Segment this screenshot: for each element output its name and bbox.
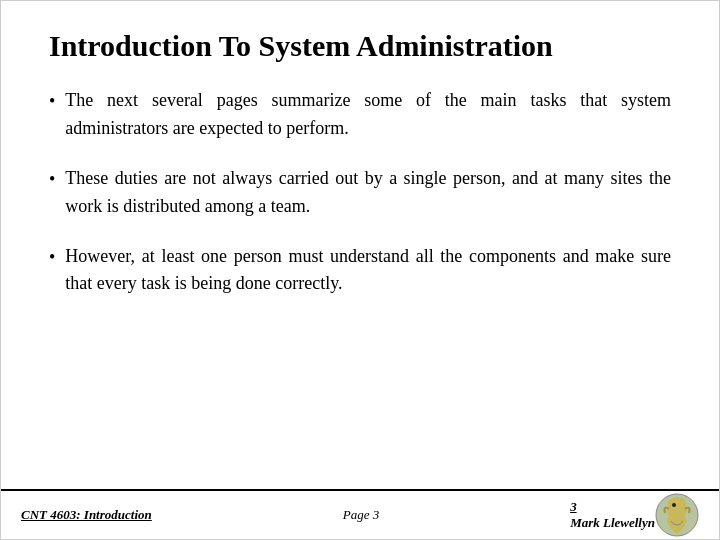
bullet-text-3: However, at least one person must unders… (65, 243, 671, 299)
bullet-item-3: • However, at least one person must unde… (49, 243, 671, 299)
bullet-text-2: These duties are not always carried out … (65, 165, 671, 221)
bullet-dot-1: • (49, 88, 55, 116)
bullet-list: • The next several pages summarize some … (49, 87, 671, 298)
bullet-item-2: • These duties are not always carried ou… (49, 165, 671, 221)
bullet-item-1: • The next several pages summarize some … (49, 87, 671, 143)
slide-title: Introduction To System Administration (49, 29, 671, 63)
footer-right-section: 3 Mark Llewellyn (570, 493, 699, 537)
svg-point-2 (672, 503, 676, 507)
slide-footer: CNT 4603: Introduction Page 3 3 Mark Lle… (1, 489, 719, 539)
footer-page-number: 3 (570, 499, 577, 514)
ucf-logo-icon (655, 493, 699, 537)
bullet-dot-2: • (49, 166, 55, 194)
bullet-text-1: The next several pages summarize some of… (65, 87, 671, 143)
footer-author-name: Mark Llewellyn (570, 515, 655, 530)
slide-content: Introduction To System Administration • … (1, 1, 719, 489)
bullet-dot-3: • (49, 244, 55, 272)
footer-author-label: 3 Mark Llewellyn (570, 499, 655, 531)
footer-page-label: Page 3 (343, 507, 379, 523)
slide: Introduction To System Administration • … (0, 0, 720, 540)
footer-course-label: CNT 4603: Introduction (21, 507, 152, 523)
